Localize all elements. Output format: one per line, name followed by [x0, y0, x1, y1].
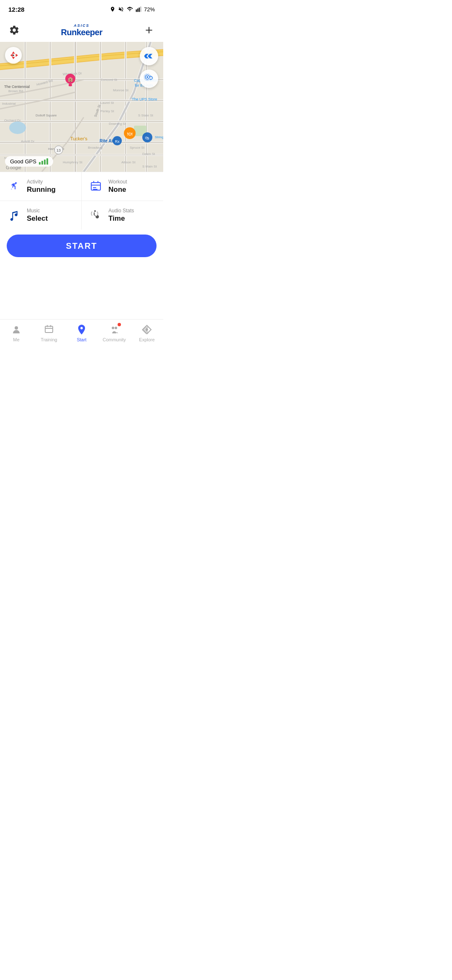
add-button[interactable] [141, 23, 157, 38]
svg-rect-62 [69, 84, 72, 86]
settings-button[interactable] [7, 23, 22, 38]
svg-text:Rx: Rx [115, 139, 120, 144]
activity-option[interactable]: Activity Running [0, 172, 82, 201]
bottom-navigation: Me Training Start [0, 319, 163, 353]
svg-text:Rite Aid: Rite Aid [100, 139, 115, 143]
start-button[interactable]: START [7, 235, 157, 257]
svg-point-89 [112, 327, 114, 329]
workout-text: Workout None [108, 179, 127, 194]
svg-text:Averill Dr: Averill Dr [21, 139, 35, 143]
svg-text:Dakin St: Dakin St [142, 152, 155, 156]
svg-rect-2 [139, 8, 140, 12]
svg-text:Brown Rd: Brown Rd [8, 89, 23, 93]
workout-icon [88, 179, 103, 194]
compass-button[interactable] [5, 47, 22, 64]
audio-stats-icon [88, 208, 103, 223]
svg-point-90 [115, 327, 117, 329]
battery-label: 72% [144, 6, 155, 13]
svg-point-27 [9, 121, 26, 134]
wifi-icon [126, 6, 133, 12]
svg-text:Concord St: Concord St [100, 78, 118, 82]
training-icon [43, 324, 55, 335]
nav-label-community: Community [103, 337, 126, 342]
svg-point-74 [13, 54, 14, 56]
svg-text:Broadway: Broadway [88, 146, 103, 150]
live-tracking-button[interactable] [140, 70, 158, 88]
gps-bar-1 [39, 162, 41, 165]
gps-bar-2 [41, 161, 43, 165]
svg-text:Laurel St: Laurel St [100, 101, 114, 105]
svg-point-84 [15, 326, 18, 330]
location-icon [110, 6, 116, 12]
svg-text:Dolloff Square: Dolloff Square [36, 113, 57, 117]
music-text: Music Select [27, 208, 48, 223]
map-view[interactable]: South St Howard Rd Wheelock Dr Capitol C… [0, 42, 163, 172]
svg-text:Orchard Dr: Orchard Dr [4, 119, 21, 122]
status-time: 12:28 [8, 6, 24, 13]
app-header: ASICS Runkeeper [0, 18, 163, 42]
music-value: Select [27, 214, 48, 223]
svg-text:The UPS Store: The UPS Store [132, 97, 157, 101]
svg-text:Perley St: Perley St [100, 109, 114, 113]
workout-value: None [108, 186, 127, 194]
audio-stats-text: Audio Stats Time [108, 208, 134, 223]
activity-label: Activity [27, 179, 56, 185]
svg-text:🍽: 🍽 [127, 131, 132, 137]
workout-label: Workout [108, 179, 127, 185]
activity-icon [7, 179, 22, 194]
svg-text:S State St: S State St [138, 113, 154, 117]
bottom-panel: Activity Running Workout None [0, 172, 163, 257]
svg-text:Allison St: Allison St [121, 160, 136, 164]
community-icon [108, 324, 120, 335]
nav-item-start[interactable]: Start [65, 324, 98, 342]
music-label: Music [27, 208, 48, 214]
svg-rect-85 [45, 326, 53, 333]
nav-label-me: Me [13, 337, 19, 342]
svg-text:Strings &: Strings & [155, 135, 163, 139]
svg-point-75 [146, 76, 148, 78]
svg-text:Industrial: Industrial [2, 102, 16, 106]
share-button[interactable] [140, 47, 158, 65]
svg-text:Downing St: Downing St [109, 122, 126, 126]
audio-stats-label: Audio Stats [108, 208, 134, 214]
music-icon [7, 208, 22, 223]
svg-text:🛍: 🛍 [145, 136, 149, 140]
nav-label-explore: Explore [139, 337, 154, 342]
signal-icon [136, 6, 141, 12]
gps-status-badge: Good GPS [5, 156, 53, 167]
nav-item-community[interactable]: Community [98, 324, 131, 342]
activity-value: Running [27, 186, 56, 194]
svg-text:13: 13 [56, 148, 61, 152]
nav-label-start: Start [77, 337, 86, 342]
start-nav-icon [76, 324, 87, 335]
logo-asics-text: ASICS [74, 23, 90, 28]
gps-label: Good GPS [10, 158, 36, 165]
nav-label-training: Training [41, 337, 57, 342]
nav-item-training[interactable]: Training [33, 324, 65, 342]
community-dot [118, 323, 121, 326]
music-option[interactable]: Music Select [0, 201, 82, 230]
logo-runkeeper-text: Runkeeper [61, 28, 103, 37]
status-icons: 72% [110, 6, 155, 13]
gps-bar-3 [44, 160, 46, 165]
svg-text:The Centennial: The Centennial [4, 85, 30, 89]
svg-text:Spruce St: Spruce St [130, 146, 145, 150]
gps-bars [39, 158, 48, 165]
audio-stats-value: Time [108, 214, 134, 223]
workout-option[interactable]: Workout None [82, 172, 163, 201]
audio-stats-option[interactable]: Audio Stats Time [82, 201, 163, 230]
svg-text:Tucker's: Tucker's [70, 136, 87, 141]
svg-text:S Main St: S Main St [142, 165, 157, 168]
svg-rect-1 [137, 8, 138, 12]
svg-text:Humphrey St: Humphrey St [63, 160, 82, 164]
nav-item-explore[interactable]: Explore [131, 324, 163, 342]
activity-text: Activity Running [27, 179, 56, 194]
svg-rect-3 [140, 7, 141, 12]
mute-icon [118, 6, 124, 12]
nav-item-me[interactable]: Me [0, 324, 33, 342]
app-logo: ASICS Runkeeper [22, 23, 141, 37]
status-bar: 12:28 72% [0, 0, 163, 18]
svg-text:🏨: 🏨 [68, 77, 73, 82]
svg-rect-0 [136, 10, 137, 12]
me-icon [10, 324, 22, 335]
